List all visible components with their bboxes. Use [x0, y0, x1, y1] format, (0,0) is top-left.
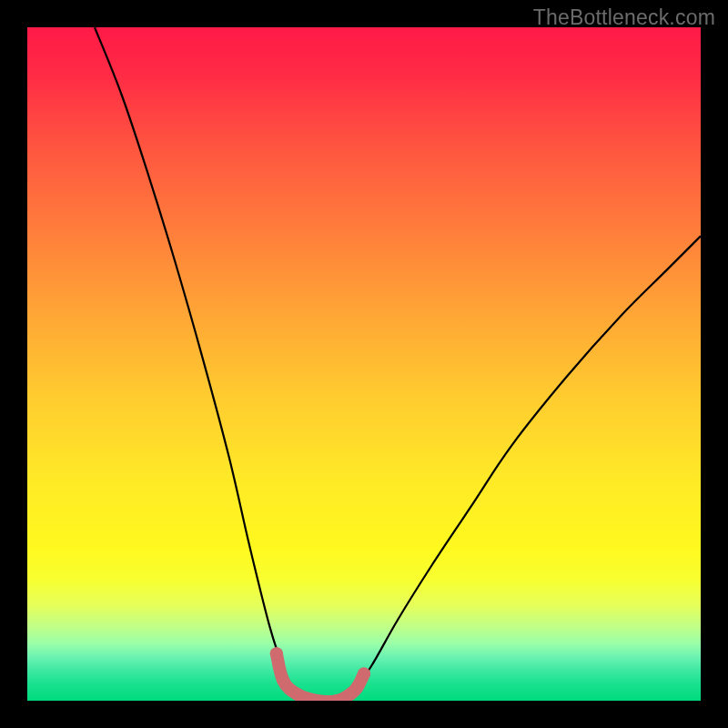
optimal-point — [358, 667, 370, 680]
gradient-background — [27, 27, 701, 701]
outer-frame: TheBottleneck.com — [0, 0, 728, 728]
watermark-text: TheBottleneck.com — [533, 5, 715, 30]
plot-area — [27, 27, 701, 701]
bottleneck-chart — [27, 27, 701, 701]
optimal-point — [270, 647, 283, 660]
optimal-point — [277, 674, 289, 687]
optimal-point — [290, 688, 303, 701]
optimal-point — [351, 681, 364, 693]
